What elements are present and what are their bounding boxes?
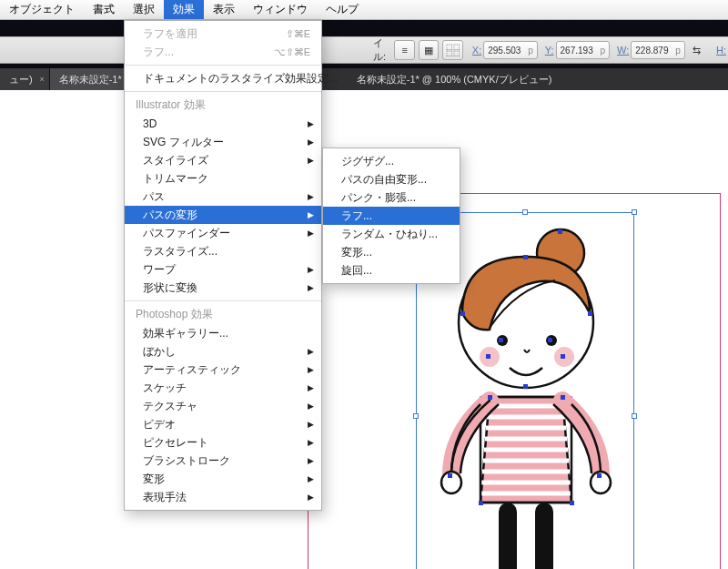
effects-item[interactable]: ラスタライズ... (125, 242, 321, 260)
y-label: Y: (545, 45, 554, 56)
menu-object[interactable]: オブジェクト (0, 0, 84, 19)
doc-tab-1[interactable]: ュー)× (0, 68, 50, 90)
menu-select[interactable]: 選択 (124, 0, 164, 19)
effects-item[interactable]: トリムマーク (125, 169, 321, 188)
w-label: W: (617, 45, 629, 56)
effects-item[interactable]: ぼかし▶ (125, 342, 321, 361)
submenu-item[interactable]: パンク・膨張... (323, 188, 460, 207)
effects-item[interactable]: パス▶ (125, 188, 321, 206)
h-label: H: (716, 45, 726, 56)
menu-header-photoshop: Photoshop 効果 (125, 305, 321, 324)
link-icon[interactable]: ⇆ (687, 40, 707, 60)
application-menubar: オブジェクト 書式 選択 効果 表示 ウィンドウ ヘルプ (0, 0, 728, 20)
submenu-item[interactable]: 変形... (323, 243, 460, 261)
document-tabs: ュー)× 名称未設定-1* @ 100%× 名称未設定-1* @ 100% (C… (0, 68, 728, 90)
handle-tr[interactable] (632, 209, 637, 215)
effects-item[interactable]: パスの変形▶ (125, 206, 321, 224)
x-label: X: (472, 45, 481, 56)
menu-format[interactable]: 書式 (84, 0, 124, 19)
handle-ml[interactable] (413, 413, 419, 419)
submenu-item[interactable]: ラフ... (323, 207, 460, 225)
menu-help[interactable]: ヘルプ (317, 0, 368, 19)
w-field[interactable]: 228.879 (631, 41, 685, 59)
menu-last-effect: ラフ...⌥⇧⌘E (125, 43, 321, 61)
handle-tm[interactable] (522, 209, 528, 215)
submenu-item[interactable]: パスの自由変形... (323, 170, 460, 188)
align-icon[interactable]: ≡ (394, 40, 414, 60)
file-label: イル: (373, 36, 392, 64)
anchor-grid-icon[interactable]: ⬚⬚⬚⬚ (442, 40, 462, 60)
control-toolbar: イル: ≡ ▦ ⬚⬚⬚⬚ X: 295.503 Y: 267.193 W: 22… (0, 36, 728, 64)
effects-item[interactable]: ワープ▶ (125, 260, 321, 279)
distort-submenu: ジグザグ...パスの自由変形...パンク・膨張...ラフ...ランダム・ひねり.… (322, 147, 460, 284)
submenu-item[interactable]: 旋回... (323, 261, 460, 279)
menu-apply-last: ラフを適用⇧⌘E (125, 25, 321, 43)
effects-item[interactable]: スタイライズ▶ (125, 151, 321, 169)
transform-icon[interactable]: ▦ (419, 40, 439, 60)
effects-item[interactable]: 表現手法▶ (125, 488, 321, 506)
effects-item[interactable]: アーティスティック▶ (125, 361, 321, 379)
x-field[interactable]: 295.503 (483, 41, 538, 59)
effects-item[interactable]: 3D▶ (125, 115, 321, 133)
submenu-item[interactable]: ランダム・ひねり... (323, 225, 460, 243)
effects-item[interactable]: パスファインダー▶ (125, 224, 321, 242)
effects-item[interactable]: ピクセレート▶ (125, 433, 321, 452)
effects-item[interactable]: SVG フィルター▶ (125, 133, 321, 151)
effects-item[interactable]: ビデオ▶ (125, 415, 321, 433)
menu-effects[interactable]: 効果 (164, 0, 204, 19)
effects-item[interactable]: ブラシストローク▶ (125, 452, 321, 470)
submenu-item[interactable]: ジグザグ... (323, 152, 460, 170)
handle-mr[interactable] (632, 413, 637, 419)
effects-item[interactable]: 形状に変換▶ (125, 279, 321, 297)
menu-header-illustrator: Illustrator 効果 (125, 96, 321, 115)
menu-view[interactable]: 表示 (204, 0, 244, 19)
effects-item[interactable]: テクスチャ▶ (125, 397, 321, 415)
toolbar-background: イル: ≡ ▦ ⬚⬚⬚⬚ X: 295.503 Y: 267.193 W: 22… (0, 20, 728, 68)
effects-item[interactable]: スケッチ▶ (125, 379, 321, 397)
y-field[interactable]: 267.193 (556, 41, 611, 59)
menu-window[interactable]: ウィンドウ (244, 0, 317, 19)
menu-rasterize-settings[interactable]: ドキュメントのラスタライズ効果設定... (125, 69, 321, 87)
effects-dropdown: ラフを適用⇧⌘E ラフ...⌥⇧⌘E ドキュメントのラスタライズ効果設定... … (124, 20, 322, 511)
effects-item[interactable]: 変形▶ (125, 470, 321, 488)
effects-item[interactable]: 効果ギャラリー... (125, 324, 321, 342)
close-icon[interactable]: × (39, 75, 44, 84)
